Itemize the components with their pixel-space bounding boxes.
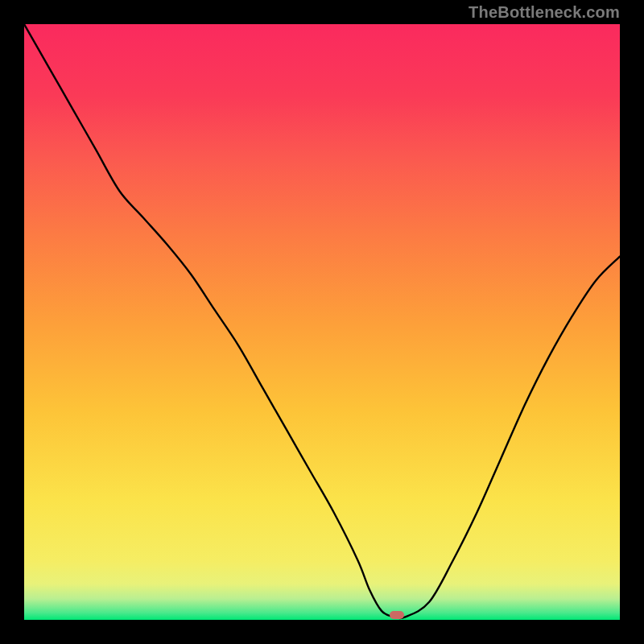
chart-frame: TheBottleneck.com: [0, 0, 644, 644]
optimal-point-marker: [390, 611, 404, 619]
attribution-label: TheBottleneck.com: [469, 3, 620, 22]
bottleneck-curve: [24, 24, 620, 620]
plot-area: [24, 24, 620, 620]
